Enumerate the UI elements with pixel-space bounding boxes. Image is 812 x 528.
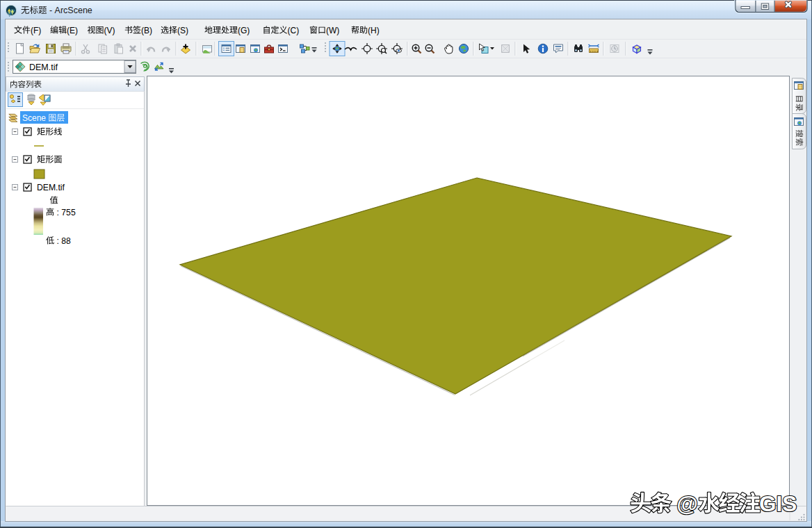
svg-text:(W): (W) [326,26,339,35]
svg-text:@: @ [671,491,698,516]
svg-text:DEM.tif: DEM.tif [29,63,58,72]
svg-text:(H): (H) [368,26,380,35]
svg-text:Scene: Scene [22,113,48,123]
svg-text:- ArcScene: - ArcScene [47,6,92,15]
svg-text:(F): (F) [31,26,41,35]
svg-text:GIS: GIS [759,491,797,516]
svg-text:(S): (S) [177,26,188,35]
svg-text:DEM.tif: DEM.tif [37,183,65,192]
svg-text:(V): (V) [104,26,115,35]
svg-text:: 755: : 755 [54,208,76,217]
svg-text:(B): (B) [141,26,152,35]
svg-text:(G): (G) [238,26,250,35]
svg-text:(C): (C) [288,26,300,35]
svg-text:: 88: : 88 [54,236,71,246]
svg-text:(E): (E) [67,26,78,35]
